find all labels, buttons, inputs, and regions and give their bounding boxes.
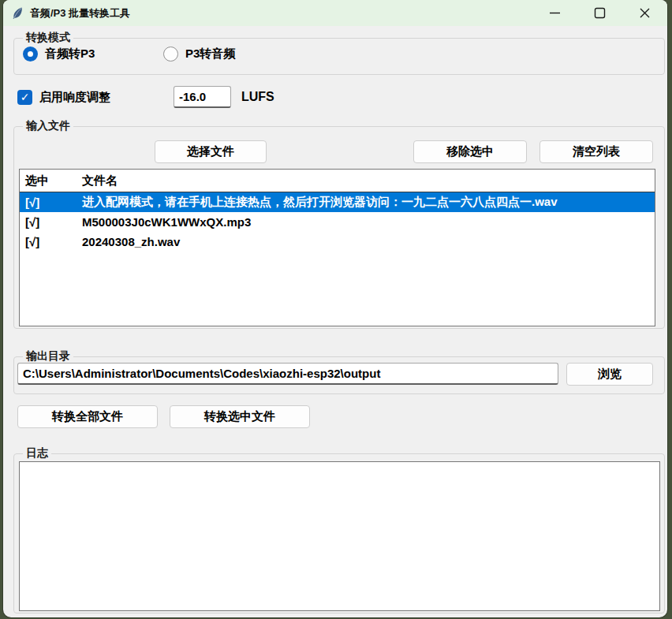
loudness-checkbox-row[interactable]: ✓ 启用响度调整 [17,86,110,108]
radio-p3-to-audio-label: P3转音频 [185,47,235,62]
window-title: 音频/P3 批量转换工具 [30,0,130,26]
file-table[interactable]: 选中 文件名 [√] 进入配网模式，请在手机上连接热点，然后打开浏览器访问：一九… [19,169,655,326]
row-check: [√] [20,215,79,229]
radio-unselected-icon [163,47,178,62]
row-filename: 20240308_zh.wav [79,235,655,248]
conversion-mode-group: 转换模式 音频转P3 P3转音频 [13,38,665,75]
output-path-input[interactable]: C:\Users\Administrator\Documents\Codes\x… [17,363,558,385]
minimize-button[interactable] [536,0,573,26]
checkbox-checked-icon[interactable]: ✓ [17,90,32,105]
row-check: [√] [20,196,79,209]
table-row[interactable]: [√] M500003J0cWK1WWxQX.mp3 [20,212,655,232]
log-label: 日志 [23,446,51,461]
lufs-value-input[interactable]: -16.0 [174,86,231,108]
table-row[interactable]: [√] 进入配网模式，请在手机上连接热点，然后打开浏览器访问：一九二点一六八点四… [20,192,655,212]
row-check: [√] [20,235,79,248]
minimize-icon [549,7,561,19]
file-table-header: 选中 文件名 [20,170,655,192]
log-textarea[interactable] [19,461,660,611]
table-row[interactable]: [√] 20240308_zh.wav [20,232,655,252]
app-window: 音频/P3 批量转换工具 转换模式 音频转P3 P3转音频 ✓ 启用响度调整 - [3,0,667,617]
header-checked: 选中 [20,173,79,188]
row-filename: 进入配网模式，请在手机上连接热点，然后打开浏览器访问：一九二点一六八点四点一.w… [79,195,655,210]
convert-selected-button[interactable]: 转换选中文件 [170,405,310,428]
title-bar[interactable]: 音频/P3 批量转换工具 [3,0,667,26]
python-feather-icon [11,6,24,20]
radio-audio-to-p3[interactable]: 音频转P3 [23,47,95,62]
mode-radio-row: 音频转P3 P3转音频 [14,39,664,74]
browse-button[interactable]: 浏览 [566,363,653,386]
lufs-unit-label: LUFS [241,86,274,108]
remove-selected-button[interactable]: 移除选中 [413,140,527,163]
select-files-button[interactable]: 选择文件 [155,140,267,163]
maximize-icon [594,7,606,19]
maximize-button[interactable] [581,0,618,26]
radio-selected-icon [23,47,38,62]
convert-all-button[interactable]: 转换全部文件 [17,405,158,428]
header-filename: 文件名 [79,173,655,188]
clear-list-button[interactable]: 清空列表 [539,140,653,163]
loudness-checkbox-label: 启用响度调整 [39,90,110,105]
row-filename: M500003J0cWK1WWxQX.mp3 [79,215,655,229]
output-dir-label: 输出目录 [23,349,73,364]
input-files-label: 输入文件 [23,119,73,133]
radio-p3-to-audio[interactable]: P3转音频 [163,47,235,62]
close-button[interactable] [626,0,663,26]
radio-audio-to-p3-label: 音频转P3 [45,47,95,62]
close-icon [639,7,651,19]
